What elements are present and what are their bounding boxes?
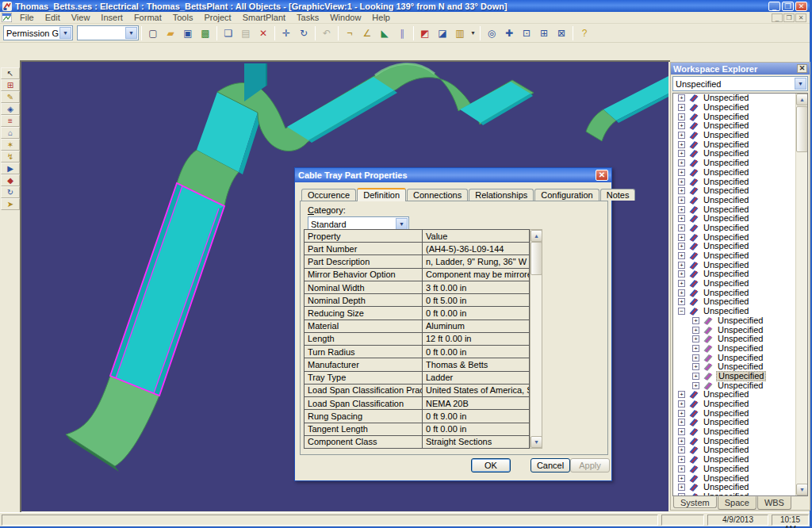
menu-edit[interactable]: Edit xyxy=(40,13,66,22)
tree-item[interactable]: +Unspecified xyxy=(673,159,795,168)
dialog-title-bar[interactable]: Cable Tray Part Properties ✕ xyxy=(295,168,611,182)
hatch-toggle-icon[interactable]: ∥ xyxy=(393,25,411,41)
help-icon[interactable]: ? xyxy=(576,25,593,41)
value-cell[interactable]: ‎Straight Sections xyxy=(423,436,529,448)
tree-item[interactable]: +Unspecified xyxy=(673,436,795,446)
value-cell[interactable]: ‎0 ft 9.00 in xyxy=(423,410,529,422)
tree-item[interactable]: +Unspecified xyxy=(673,297,795,307)
expand-icon[interactable]: + xyxy=(678,94,685,101)
expand-icon[interactable]: + xyxy=(678,122,685,129)
menu-smartplant[interactable]: SmartPlant xyxy=(237,13,291,22)
value-cell[interactable]: ‎0 ft 0.00 in xyxy=(423,307,529,319)
tree-item-label[interactable]: Unspecified xyxy=(702,233,750,242)
combo-arrow-icon[interactable]: ▼ xyxy=(396,218,408,230)
refresh-view-icon[interactable]: ↻ xyxy=(1,186,20,198)
tree-item[interactable]: +Unspecified xyxy=(673,186,795,196)
expand-icon[interactable]: + xyxy=(692,317,699,324)
expand-icon[interactable]: + xyxy=(692,373,699,380)
tree-item-label[interactable]: Unspecified xyxy=(702,409,750,418)
value-cell[interactable]: ‎12 ft 0.00 in xyxy=(423,333,529,345)
expand-icon[interactable]: + xyxy=(678,197,685,204)
tree-item-label[interactable]: Unspecified xyxy=(702,159,750,167)
expand-icon[interactable]: + xyxy=(678,187,685,194)
tree-item[interactable]: +Unspecified xyxy=(673,260,795,270)
zoom-tool-icon[interactable]: ◎ xyxy=(483,25,500,41)
expand-icon[interactable]: + xyxy=(678,438,685,445)
expand-icon[interactable]: + xyxy=(678,104,685,111)
title-bar[interactable]: Thomas_Betts.ses : Electrical : Thomas_B… xyxy=(0,0,810,12)
workspace-explorer-title-bar[interactable]: Workspace Explorer ✕ xyxy=(671,63,810,75)
tree-item[interactable]: +Unspecified xyxy=(673,446,795,455)
expand-icon[interactable]: + xyxy=(678,132,685,139)
expand-icon[interactable]: + xyxy=(678,484,685,491)
scroll-up-icon[interactable]: ▲ xyxy=(796,94,808,105)
tree-item[interactable]: +Unspecified xyxy=(673,251,795,261)
value-cell[interactable]: ‎NEMA 20B xyxy=(423,397,529,409)
expand-icon[interactable]: + xyxy=(678,465,685,473)
property-cell[interactable]: Material xyxy=(304,320,423,332)
select-tool-icon[interactable]: ↖ xyxy=(1,67,20,79)
tree-item-label[interactable]: Unspecified xyxy=(716,316,764,325)
permission-group-combo[interactable]: Permission Group ▼ xyxy=(3,25,73,40)
tree-item-label[interactable]: Unspecified xyxy=(702,307,750,316)
tree-item-label[interactable]: Unspecified xyxy=(716,362,764,371)
property-cell[interactable]: Component Class xyxy=(304,436,423,448)
place-conduit-icon[interactable]: ≡ xyxy=(1,115,20,127)
tree-item-label[interactable]: Unspecified xyxy=(716,381,764,390)
scroll-up-icon[interactable]: ▲ xyxy=(530,230,542,242)
insert-flag-icon[interactable]: ▶ xyxy=(1,163,20,174)
tree-item-label[interactable]: Unspecified xyxy=(702,251,750,260)
workspace-tab-wbs[interactable]: WBS xyxy=(757,496,791,510)
window-select-icon[interactable]: ⊠ xyxy=(553,25,570,41)
tab-notes[interactable]: Notes xyxy=(600,189,636,201)
tree-item-label[interactable]: Unspecified xyxy=(702,242,750,251)
save-icon[interactable]: ▣ xyxy=(179,25,197,41)
expand-icon[interactable]: + xyxy=(678,159,685,166)
tree-item[interactable]: +Unspecified xyxy=(673,279,795,289)
expand-icon[interactable]: + xyxy=(678,215,685,222)
menu-window[interactable]: Window xyxy=(324,13,366,22)
expand-icon[interactable]: + xyxy=(678,252,685,259)
tree-scrollbar[interactable]: ▲ ▼ xyxy=(795,94,807,495)
property-cell[interactable]: Load Span Classification Practice xyxy=(304,385,423,396)
expand-icon[interactable]: + xyxy=(692,327,699,334)
zoom-area-icon[interactable]: ⊡ xyxy=(518,25,535,41)
expand-icon[interactable]: + xyxy=(678,475,685,482)
maximize-button[interactable]: ❒ xyxy=(782,2,794,11)
tree-item[interactable]: +Unspecified xyxy=(673,121,795,131)
mdi-restore-button[interactable]: ❒ xyxy=(783,13,795,22)
insert-object-icon[interactable]: ▩ xyxy=(197,25,214,41)
menu-tools[interactable]: Tools xyxy=(167,13,199,22)
menu-view[interactable]: View xyxy=(66,13,96,22)
tree-item[interactable]: +Unspecified xyxy=(673,224,795,233)
scrollbar-thumb[interactable] xyxy=(796,106,808,152)
property-cell[interactable]: Length xyxy=(304,333,423,345)
tree-item-label[interactable]: Unspecified xyxy=(702,492,750,495)
tab-occurence[interactable]: Occurence xyxy=(301,189,356,201)
tab-connections[interactable]: Connections xyxy=(407,189,468,201)
tree-item[interactable]: +Unspecified xyxy=(673,177,795,186)
tree-item[interactable]: +Unspecified xyxy=(673,381,795,390)
tree-item[interactable]: +Unspecified xyxy=(673,214,795,224)
tree-item[interactable]: +Unspecified xyxy=(673,103,795,113)
expand-icon[interactable]: + xyxy=(692,335,699,342)
insert-bend-icon[interactable]: ↯ xyxy=(1,151,20,163)
expand-icon[interactable]: + xyxy=(678,206,685,213)
tree-item[interactable]: +Unspecified xyxy=(673,232,795,242)
tree-item[interactable]: +Unspecified xyxy=(673,362,795,372)
tree-item[interactable]: +Unspecified xyxy=(673,288,795,297)
property-cell[interactable]: Load Span Classification xyxy=(304,397,423,409)
combo-arrow-icon[interactable]: ▼ xyxy=(59,27,71,39)
new-document-icon[interactable]: ▢ xyxy=(144,25,162,41)
tree-item-label[interactable]: Unspecified xyxy=(702,261,750,270)
tree-item-label[interactable]: Unspecified xyxy=(702,289,750,297)
place-cableway-icon[interactable]: ⌂ xyxy=(1,127,20,139)
tree-item[interactable]: +Unspecified xyxy=(673,196,795,205)
tree-item-label[interactable]: Unspecified xyxy=(702,224,750,232)
minimize-button[interactable]: _ xyxy=(768,2,780,11)
property-cell[interactable]: Tangent Length xyxy=(304,423,423,435)
mdi-close-button[interactable]: ✕ xyxy=(795,13,806,22)
tree-item-label[interactable]: Unspecified xyxy=(702,279,750,288)
expand-icon[interactable]: + xyxy=(692,382,699,389)
tree-item[interactable]: +Unspecified xyxy=(673,473,795,483)
